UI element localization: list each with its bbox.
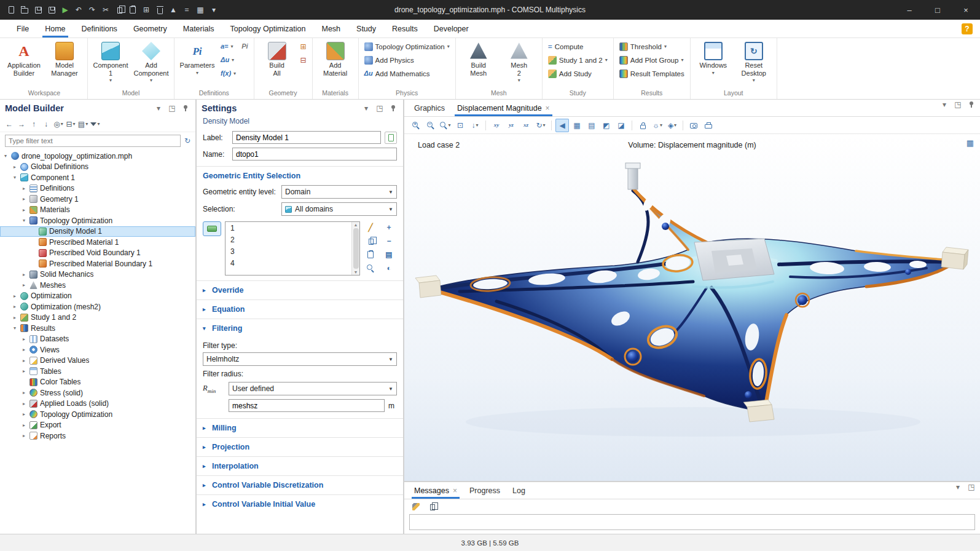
image-snapshot-button[interactable]: [687, 119, 700, 132]
expand-chevron-icon[interactable]: ▸: [21, 336, 27, 342]
ribbon-button-compute[interactable]: =Compute: [546, 40, 610, 53]
ribbon-button-add-component[interactable]: Add Component▾: [131, 40, 171, 88]
go-to-default-view-button[interactable]: ↓▾: [468, 119, 482, 132]
ribbon-button-reset-desktop[interactable]: ↻Reset Desktop▾: [734, 40, 774, 88]
tree-item-color-tables[interactable]: Color Tables: [0, 377, 195, 388]
environment-reflections-button[interactable]: ◈▾: [665, 119, 679, 132]
ribbon-button-functions[interactable]: f(x)▾: [218, 67, 238, 80]
section-control-variable-discretization[interactable]: ▸Control Variable Discretization: [197, 475, 403, 494]
domain-list-item[interactable]: 3: [225, 245, 359, 257]
undo-button[interactable]: ↶: [73, 3, 85, 17]
zoom-out-button[interactable]: [424, 119, 437, 132]
run-button[interactable]: ▶: [59, 3, 71, 17]
ribbon-tab-home[interactable]: Home: [37, 20, 73, 38]
expand-chevron-icon[interactable]: ▸: [21, 196, 27, 202]
graphics-canvas[interactable]: Load case 2 Volume: Displacement magnitu…: [404, 134, 980, 481]
tree-item-prescribed-void-boundary-1[interactable]: Prescribed Void Boundary 1: [0, 248, 195, 259]
delete-button[interactable]: [154, 3, 166, 17]
close-tab-icon[interactable]: ×: [546, 104, 550, 113]
panel-pin-button[interactable]: [181, 103, 190, 113]
view-xz-button[interactable]: xz: [519, 119, 533, 132]
scene-light-button[interactable]: ☼▾: [651, 119, 664, 132]
ribbon-button-threshold[interactable]: Threshold▾: [617, 40, 687, 53]
copy-button[interactable]: [113, 3, 125, 17]
domain-list[interactable]: 1234 ▲ ▼: [225, 221, 360, 276]
section-filtering[interactable]: ▾ Filtering: [197, 319, 403, 338]
scroll-down-icon[interactable]: ▼: [354, 270, 358, 274]
tree-item-export[interactable]: ▸Export: [0, 420, 195, 431]
customize-toolbar-button[interactable]: ▾: [208, 3, 220, 17]
ribbon-button-variables[interactable]: a=▾: [218, 40, 238, 53]
tree-item-topology-optimization[interactable]: ▸Topology Optimization: [0, 409, 195, 420]
label-reference-button[interactable]: [385, 132, 397, 144]
tree-item-study-1-and-2[interactable]: ▸Study 1 and 2: [0, 312, 195, 323]
expand-chevron-icon[interactable]: ▸: [21, 186, 27, 191]
lock-camera-button[interactable]: [636, 119, 649, 132]
ribbon-tab-results[interactable]: Results: [384, 20, 426, 38]
expand-chevron-icon[interactable]: ▸: [21, 272, 27, 277]
ribbon-button-topology-optimization[interactable]: Topology Optimization▾: [362, 40, 452, 53]
domain-list-item[interactable]: 2: [225, 234, 359, 245]
clip-plane-button[interactable]: ◪: [614, 119, 628, 132]
invert-selection-button[interactable]: ◐: [382, 262, 396, 274]
expand-chevron-icon[interactable]: ▸: [21, 282, 27, 288]
duplicate-button[interactable]: ⊞: [140, 3, 152, 17]
ribbon-button-add-physics[interactable]: Add Physics: [362, 54, 452, 66]
panel-collapse-button[interactable]: ▾: [953, 482, 963, 492]
tab-progress[interactable]: Progress: [463, 482, 506, 499]
filter-radius-input[interactable]: [229, 399, 385, 412]
rotate-scene-button[interactable]: ↻▾: [534, 119, 547, 132]
ribbon-button-nonlocal-couplings[interactable]: Δu▾: [218, 54, 238, 66]
panel-float-button[interactable]: ◳: [966, 482, 976, 492]
ribbon-button-study-1-and-2[interactable]: Study 1 and 2▾: [546, 54, 610, 66]
tree-item-materials[interactable]: ▸Materials: [0, 205, 195, 216]
section-equation[interactable]: ▸Equation: [197, 299, 403, 319]
selection-select[interactable]: All domains ▼: [281, 202, 397, 216]
new-file-button[interactable]: [5, 3, 17, 17]
section-milling[interactable]: ▸Milling: [197, 418, 403, 437]
scroll-up-icon[interactable]: ▲: [354, 223, 358, 227]
scroll-thumb[interactable]: [353, 228, 359, 269]
expand-chevron-icon[interactable]: ▸: [21, 358, 27, 363]
save-button[interactable]: [32, 3, 44, 17]
save-as-button[interactable]: [45, 3, 58, 17]
section-override[interactable]: ▸Override: [197, 280, 403, 299]
paste-selection-button[interactable]: [364, 248, 377, 261]
redo-button[interactable]: ↷: [86, 3, 98, 17]
ribbon-button-parameters[interactable]: PiParameters▾: [178, 40, 217, 88]
zoom-to-selection-button[interactable]: [364, 262, 377, 274]
tree-item-optimization[interactable]: ▸Optimization: [0, 291, 195, 302]
ribbon-tab-topology-optimization[interactable]: Topology Optimization: [222, 20, 313, 38]
section-projection[interactable]: ▸Projection: [197, 437, 403, 456]
plot-button[interactable]: ▦: [194, 3, 206, 17]
tab-messages[interactable]: Messages×: [408, 482, 463, 499]
ribbon-button-add-material[interactable]: Add Material: [316, 40, 355, 88]
messages-output[interactable]: [409, 514, 975, 530]
domain-list-item[interactable]: 4: [225, 257, 359, 269]
paste-button[interactable]: [127, 3, 139, 17]
expand-chevron-icon[interactable]: ▸: [21, 368, 27, 374]
ribbon-button-add-study[interactable]: Add Study: [546, 67, 610, 80]
ribbon-button-model-manager[interactable]: Model Manager: [45, 40, 84, 88]
expand-chevron-icon[interactable]: ▸: [21, 207, 27, 213]
compute-button[interactable]: =: [181, 3, 193, 17]
expand-chevron-icon[interactable]: ▾: [12, 175, 18, 180]
remove-from-selection-button[interactable]: −: [382, 235, 396, 247]
minimize-button[interactable]: –: [895, 0, 923, 20]
tab-graphics[interactable]: Graphics: [408, 100, 451, 116]
expand-chevron-icon[interactable]: ▸: [21, 390, 27, 395]
ribbon-button-delete-sequence[interactable]: ⊟: [298, 54, 309, 66]
ribbon-button-mesh-2[interactable]: Mesh 2▾: [500, 40, 539, 88]
expand-chevron-icon[interactable]: ▸: [12, 293, 18, 299]
filter-radius-mode-select[interactable]: User defined ▼: [229, 382, 397, 395]
panel-collapse-button[interactable]: ▾: [361, 103, 371, 113]
print-button[interactable]: [702, 119, 715, 132]
tree-item-prescribed-material-boundary-1[interactable]: Prescribed Material Boundary 1: [0, 258, 195, 269]
tree-item-drone-topology-optimization-mph[interactable]: ▾drone_topology_optimization.mph: [0, 151, 195, 162]
filter-tree-button[interactable]: ▾: [90, 118, 101, 130]
view-yz-button[interactable]: yz: [504, 119, 518, 132]
ribbon-button-build-all[interactable]: Build All: [257, 40, 297, 88]
tree-item-datasets[interactable]: ▸Datasets: [0, 334, 195, 345]
tree-item-views[interactable]: ▸Views: [0, 344, 195, 355]
ribbon-tab-file[interactable]: File: [9, 20, 37, 38]
